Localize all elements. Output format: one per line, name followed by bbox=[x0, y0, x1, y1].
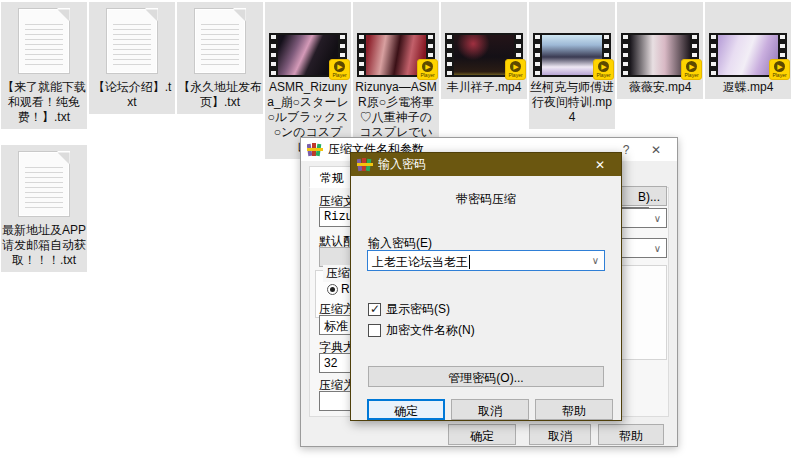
winrar-icon bbox=[357, 157, 373, 172]
help-button[interactable]: 帮助 bbox=[535, 399, 613, 420]
radio-selected-icon bbox=[327, 284, 338, 295]
encrypt-filenames-label: 加密文件名称(N) bbox=[386, 322, 475, 339]
file-icon-area: ▶ Player bbox=[530, 5, 614, 77]
file-icon-area: ▶ Player bbox=[706, 5, 790, 77]
checkbox-unchecked-icon bbox=[368, 324, 381, 337]
text-file-icon bbox=[18, 151, 70, 217]
player-badge-label: Player bbox=[596, 72, 610, 78]
video-file-icon: ▶ Player bbox=[533, 33, 611, 77]
play-icon: ▶ bbox=[334, 61, 345, 72]
filmstrip-left-decoration bbox=[533, 33, 542, 77]
video-file-icon: ▶ Player bbox=[709, 33, 787, 77]
player-badge-label: Player bbox=[508, 72, 522, 78]
file-icon-area: ▶ bbox=[2, 148, 86, 220]
player-badge-icon: ▶ Player bbox=[505, 59, 526, 80]
filmstrip-left-decoration bbox=[621, 33, 630, 77]
desktop: ▶ 【来了就能下载和观看！纯免费！】.txt ▶ bbox=[0, 0, 800, 467]
password-dialog-titlebar[interactable]: 输入密码 ✕ bbox=[351, 153, 621, 176]
format-radio-rar[interactable]: R bbox=[327, 282, 350, 296]
encrypt-filenames-checkbox[interactable]: 加密文件名称(N) bbox=[368, 322, 475, 339]
file-name-label: 遐蝶.mp4 bbox=[723, 80, 774, 95]
file-grid-row-1: ▶ 【来了就能下载和观看！纯免费！】.txt ▶ bbox=[1, 2, 793, 159]
file-icon-area: ▶ Player bbox=[442, 5, 526, 77]
play-icon: ▶ bbox=[510, 61, 521, 72]
file-name-label: 丰川祥子.mp4 bbox=[447, 80, 522, 95]
file-grid-row-2: ▶ 最新地址及APP请发邮箱自动获取！！！.txt bbox=[1, 145, 89, 272]
player-badge-label: Player bbox=[772, 72, 786, 78]
file-item[interactable]: ▶ Player 丝柯克与师傅进行夜间特训.mp4 bbox=[529, 2, 615, 129]
player-badge-label: Player bbox=[684, 72, 698, 78]
player-badge-label: Player bbox=[420, 72, 434, 78]
player-badge-icon: ▶ Player bbox=[681, 59, 702, 80]
enter-password-dialog: 输入密码 ✕ 带密码压缩 输入密码(E) 上老王论坛当老王 ∨ 显示密码(S) … bbox=[350, 152, 622, 421]
organize-passwords-button[interactable]: 管理密码(O)... bbox=[368, 366, 604, 387]
show-password-label: 显示密码(S) bbox=[386, 301, 450, 318]
checkbox-checked-icon bbox=[368, 303, 381, 316]
password-input[interactable]: 上老王论坛当老王 ∨ bbox=[367, 250, 605, 271]
cancel-button[interactable]: 取消 bbox=[529, 424, 591, 445]
chevron-down-icon[interactable]: ∨ bbox=[654, 213, 661, 224]
file-icon-area: ▶ bbox=[178, 5, 262, 77]
video-file-icon: ▶ Player bbox=[269, 33, 347, 77]
ok-button[interactable]: 确定 bbox=[367, 399, 445, 420]
play-icon: ▶ bbox=[422, 61, 433, 72]
file-item[interactable]: ▶ Player ASMR_Rizunya_崩○スターレ○ルブラックス○ンのコス… bbox=[265, 2, 351, 159]
tab-general[interactable]: 常规 bbox=[309, 166, 355, 188]
file-name-label: 【论坛介绍】.txt bbox=[90, 80, 174, 110]
password-dialog-header: 带密码压缩 bbox=[351, 191, 621, 208]
file-icon-area: ▶ bbox=[2, 5, 86, 77]
file-item[interactable]: ▶ 【论坛介绍】.txt bbox=[89, 2, 175, 114]
play-icon: ▶ bbox=[598, 61, 609, 72]
close-icon[interactable]: ✕ bbox=[585, 158, 615, 172]
password-value: 上老王论坛当老王 bbox=[372, 255, 468, 269]
text-lines-decoration bbox=[25, 163, 63, 210]
text-caret bbox=[469, 255, 470, 269]
file-icon-area: ▶ Player bbox=[354, 5, 438, 77]
text-lines-decoration bbox=[25, 20, 63, 67]
file-name-label: 【永久地址发布页】.txt bbox=[178, 80, 262, 110]
player-badge-icon: ▶ Player bbox=[417, 59, 438, 80]
text-lines-decoration bbox=[113, 20, 151, 67]
page-fold-decoration bbox=[233, 8, 246, 21]
file-item[interactable]: ▶ 【永久地址发布页】.txt bbox=[177, 2, 263, 114]
play-icon: ▶ bbox=[774, 61, 785, 72]
text-file-icon bbox=[194, 8, 246, 74]
text-file-icon bbox=[106, 8, 158, 74]
help-button[interactable]: 帮助 bbox=[598, 424, 664, 445]
filmstrip-left-decoration bbox=[269, 33, 278, 77]
file-item[interactable]: ▶ Player 薇薇安.mp4 bbox=[617, 2, 703, 99]
winrar-icon bbox=[307, 142, 323, 157]
close-icon[interactable]: ✕ bbox=[641, 143, 671, 157]
file-name-label: 丝柯克与师傅进行夜间特训.mp4 bbox=[530, 80, 614, 125]
video-file-icon: ▶ Player bbox=[357, 33, 435, 77]
file-icon-area: ▶ bbox=[90, 5, 174, 77]
file-item[interactable]: ▶ Player 丰川祥子.mp4 bbox=[441, 2, 527, 99]
player-badge-icon: ▶ Player bbox=[329, 59, 350, 80]
file-item[interactable]: ▶ Player Rizunya—ASMR原○彡電将軍♡八重神子のコスプレでいた… bbox=[353, 2, 439, 159]
file-item[interactable]: ▶ 最新地址及APP请发邮箱自动获取！！！.txt bbox=[1, 145, 87, 272]
show-password-checkbox[interactable]: 显示密码(S) bbox=[368, 301, 450, 318]
format-radio-label: R bbox=[341, 282, 350, 296]
chevron-down-icon[interactable]: ∨ bbox=[654, 243, 661, 254]
file-name-label: 薇薇安.mp4 bbox=[629, 80, 692, 95]
filmstrip-left-decoration bbox=[709, 33, 718, 77]
file-name-label: 【来了就能下载和观看！纯免费！】.txt bbox=[2, 80, 86, 125]
file-icon-area: ▶ Player bbox=[618, 5, 702, 77]
text-lines-decoration bbox=[201, 20, 239, 67]
chevron-down-icon[interactable]: ∨ bbox=[592, 255, 599, 266]
text-file-icon bbox=[18, 8, 70, 74]
password-dialog-title: 输入密码 bbox=[378, 156, 585, 173]
ok-button[interactable]: 确定 bbox=[448, 424, 516, 445]
file-item[interactable]: ▶ Player 遐蝶.mp4 bbox=[705, 2, 791, 99]
file-item[interactable]: ▶ 【来了就能下载和观看！纯免费！】.txt bbox=[1, 2, 87, 129]
filmstrip-left-decoration bbox=[445, 33, 454, 77]
page-fold-decoration bbox=[57, 151, 70, 164]
file-name-label: 最新地址及APP请发邮箱自动获取！！！.txt bbox=[2, 223, 86, 268]
player-badge-label: Player bbox=[332, 72, 346, 78]
page-fold-decoration bbox=[57, 8, 70, 21]
player-badge-icon: ▶ Player bbox=[769, 59, 790, 80]
filmstrip-left-decoration bbox=[357, 33, 366, 77]
cancel-button[interactable]: 取消 bbox=[451, 399, 529, 420]
video-file-icon: ▶ Player bbox=[621, 33, 699, 77]
file-icon-area: ▶ Player bbox=[266, 5, 350, 77]
